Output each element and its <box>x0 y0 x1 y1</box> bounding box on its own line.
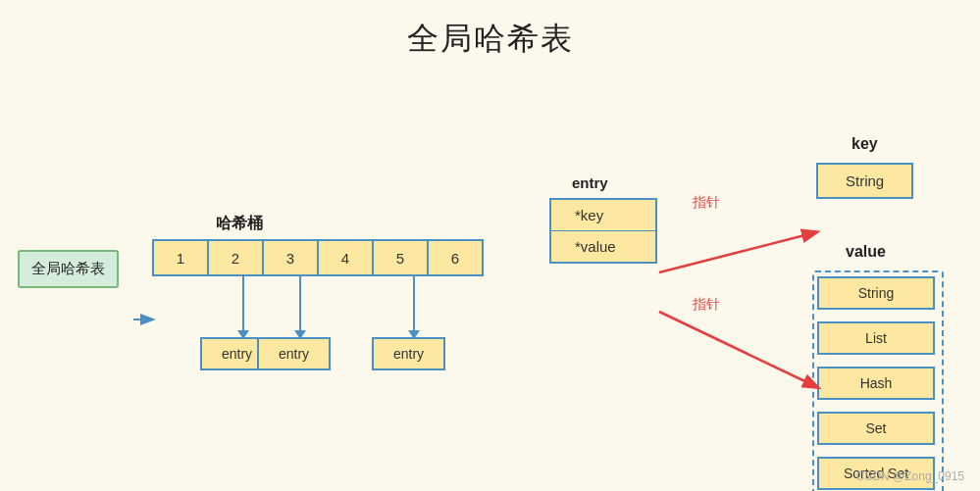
svg-line-1 <box>659 232 816 272</box>
svg-line-2 <box>659 312 817 387</box>
pointer-label-key: 指针 <box>693 194 720 212</box>
key-box: String <box>816 163 913 199</box>
value-box-list: List <box>817 321 935 355</box>
bucket-5: 5 <box>372 239 429 276</box>
bucket-5-arrow <box>408 276 420 339</box>
watermark: CSDN @Zong_0915 <box>856 469 964 483</box>
bucket-3: 3 <box>262 239 319 276</box>
bucket-2-arrow <box>237 276 249 339</box>
value-box-string: String <box>817 276 935 310</box>
bucket-2: 2 <box>207 239 264 276</box>
bucket-6: 6 <box>427 239 484 276</box>
pointer-label-value: 指针 <box>693 296 720 314</box>
entry-box-2: entry <box>257 337 331 370</box>
bucket-4: 4 <box>317 239 374 276</box>
hash-bucket-label: 哈希桶 <box>216 214 263 234</box>
bucket-3-arrow <box>294 276 306 339</box>
entry-value-row: *value <box>551 231 655 262</box>
key-section-label: key <box>851 135 878 153</box>
hash-buckets: 1 2 3 4 5 6 <box>152 239 482 276</box>
bucket-1: 1 <box>152 239 209 276</box>
entry-key-row: *key <box>551 200 655 231</box>
value-box-hash: Hash <box>817 367 935 400</box>
page-title: 全局哈希表 <box>0 0 980 61</box>
entry-detail-label: entry <box>572 174 608 191</box>
global-hashtable-box: 全局哈希表 <box>18 250 119 288</box>
entry-detail-box: *key *value <box>549 198 657 264</box>
value-section-label: value <box>846 243 886 261</box>
value-box-set: Set <box>817 412 935 445</box>
entry-box-3: entry <box>372 337 445 370</box>
